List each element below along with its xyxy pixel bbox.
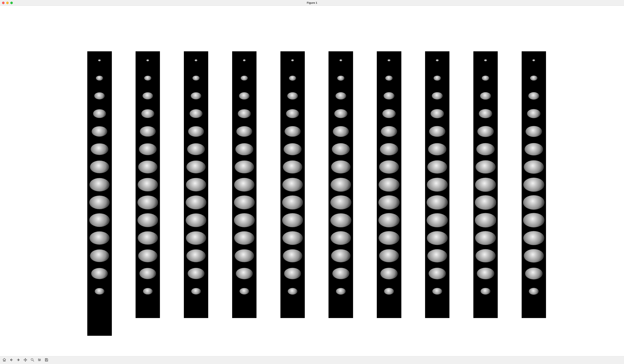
subplot-cell bbox=[425, 264, 449, 283]
subplot-cell bbox=[136, 176, 160, 194]
subplot-cell bbox=[232, 247, 257, 265]
subplot-cell bbox=[184, 300, 208, 318]
subplot-cell bbox=[232, 176, 257, 194]
subplot-cell bbox=[473, 87, 498, 105]
subplot-cell bbox=[377, 51, 401, 69]
minimize-window-button[interactable] bbox=[6, 2, 9, 4]
subplot-cell bbox=[329, 122, 353, 140]
subplot-cell bbox=[329, 247, 353, 265]
zoom-button[interactable] bbox=[29, 357, 36, 364]
subplot-cell bbox=[232, 140, 257, 158]
subplot-cell bbox=[136, 264, 160, 283]
subplot-cell bbox=[280, 229, 305, 247]
subplot-cell bbox=[329, 140, 353, 158]
subplot-cell bbox=[184, 51, 208, 69]
subplot-cell bbox=[184, 229, 208, 247]
configure-subplots-button[interactable] bbox=[36, 357, 43, 364]
svg-rect-1 bbox=[38, 359, 39, 359]
subplot-cell bbox=[232, 194, 257, 212]
subplot-cell bbox=[280, 122, 305, 140]
subplot-cell bbox=[87, 247, 112, 265]
subplot-cell bbox=[522, 211, 546, 229]
subplot-cell bbox=[280, 51, 305, 69]
subplot-cell bbox=[329, 158, 353, 176]
subplot-cell bbox=[232, 264, 257, 283]
subplot-cell bbox=[232, 51, 257, 69]
zoom-window-button[interactable] bbox=[10, 2, 13, 4]
subplot-cell bbox=[473, 176, 498, 194]
subplot-cell bbox=[473, 69, 498, 87]
subplot-cell bbox=[377, 87, 401, 105]
subplot-cell bbox=[87, 158, 112, 176]
subplot-cell bbox=[522, 51, 546, 69]
svg-rect-2 bbox=[40, 360, 40, 360]
subplot-cell bbox=[377, 122, 401, 140]
back-button[interactable] bbox=[8, 357, 15, 364]
subplot-cell bbox=[473, 211, 498, 229]
subplot-cell bbox=[280, 194, 305, 212]
subplot-cell bbox=[184, 140, 208, 158]
close-window-button[interactable] bbox=[2, 2, 4, 4]
subplot-cell bbox=[232, 87, 257, 105]
subplot-cell bbox=[87, 318, 112, 336]
subplot-cell bbox=[329, 87, 353, 105]
home-button[interactable] bbox=[1, 357, 8, 364]
subplot-cell bbox=[87, 140, 112, 158]
subplot-cell bbox=[87, 211, 112, 229]
subplot-cell bbox=[232, 300, 257, 318]
subplot-cell bbox=[329, 300, 353, 318]
subplot-cell bbox=[280, 176, 305, 194]
subplot-cell bbox=[232, 229, 257, 247]
subplot-cell bbox=[87, 105, 112, 123]
arrow-right-icon bbox=[16, 358, 20, 363]
subplot-cell bbox=[425, 140, 449, 158]
subplot-cell bbox=[136, 87, 160, 105]
subplot-cell bbox=[184, 282, 208, 300]
subplot-cell bbox=[377, 176, 401, 194]
forward-button[interactable] bbox=[15, 357, 22, 364]
window-title: Figure 1 bbox=[0, 1, 624, 4]
matplotlib-toolbar bbox=[0, 356, 624, 364]
subplot-cell bbox=[425, 211, 449, 229]
subplot-cell bbox=[184, 158, 208, 176]
subplot-cell bbox=[232, 211, 257, 229]
subplot-cell bbox=[522, 158, 546, 176]
subplot-cell bbox=[329, 194, 353, 212]
subplot-cell bbox=[87, 51, 112, 69]
subplot-cell bbox=[232, 105, 257, 123]
subplot-cell bbox=[329, 282, 353, 300]
subplot-cell bbox=[184, 69, 208, 87]
subplot-cell bbox=[377, 105, 401, 123]
pan-button[interactable] bbox=[22, 357, 29, 364]
subplot-cell bbox=[522, 122, 546, 140]
figure-canvas[interactable] bbox=[0, 6, 624, 356]
subplot-cell bbox=[425, 176, 449, 194]
subplot-cell bbox=[280, 264, 305, 283]
subplot-cell bbox=[522, 140, 546, 158]
subplot-cell bbox=[377, 282, 401, 300]
home-icon bbox=[2, 358, 6, 363]
subplot-cell bbox=[425, 300, 449, 318]
save-button[interactable] bbox=[43, 357, 50, 364]
subplot-cell bbox=[232, 282, 257, 300]
subplot-cell bbox=[280, 247, 305, 265]
subplot-cell bbox=[473, 51, 498, 69]
subplot-cell bbox=[425, 194, 449, 212]
subplot-cell bbox=[425, 105, 449, 123]
subplot-cell bbox=[184, 176, 208, 194]
sliders-icon bbox=[37, 358, 42, 363]
svg-rect-5 bbox=[46, 360, 47, 361]
subplot-cell bbox=[280, 69, 305, 87]
subplot-cell bbox=[522, 229, 546, 247]
subplot-cell bbox=[184, 105, 208, 123]
subplot-cell bbox=[377, 247, 401, 265]
save-icon bbox=[44, 358, 49, 363]
subplot-cell bbox=[522, 87, 546, 105]
subplot-cell bbox=[280, 282, 305, 300]
subplot-cell bbox=[473, 140, 498, 158]
subplot-cell bbox=[232, 158, 257, 176]
subplot-cell bbox=[136, 194, 160, 212]
subplot-cell bbox=[232, 69, 257, 87]
subplot-cell bbox=[136, 158, 160, 176]
subplot-cell bbox=[87, 87, 112, 105]
